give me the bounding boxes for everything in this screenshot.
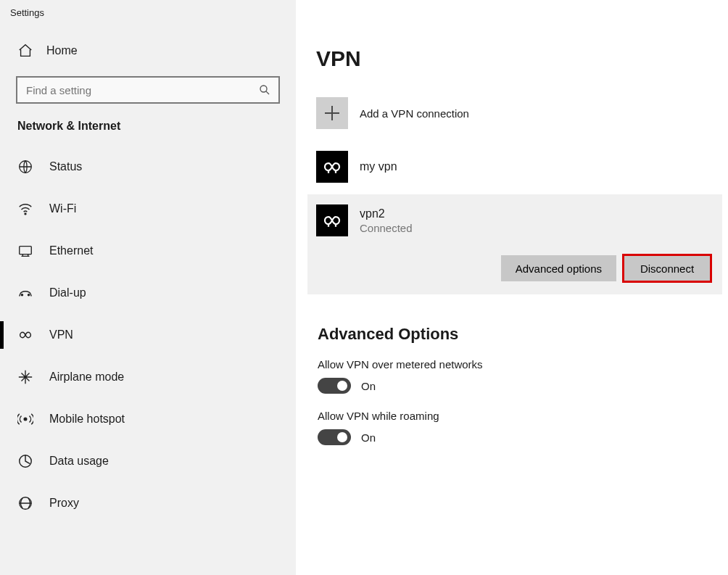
vpn-connection-status: Connected bbox=[360, 222, 413, 234]
vpn-connection-name: vpn2 bbox=[360, 207, 413, 220]
proxy-icon bbox=[17, 495, 33, 511]
home-button[interactable]: Home bbox=[0, 36, 296, 66]
disconnect-button[interactable]: Disconnect bbox=[624, 255, 711, 281]
add-vpn-label: Add a VPN connection bbox=[360, 107, 469, 120]
search-icon bbox=[258, 83, 271, 96]
nav-item-label: Airplane mode bbox=[49, 371, 124, 384]
nav-item-vpn[interactable]: VPN bbox=[0, 314, 296, 356]
plus-icon bbox=[316, 97, 348, 129]
nav-item-dialup[interactable]: Dial-up bbox=[0, 272, 296, 314]
nav-item-datausage[interactable]: Data usage bbox=[0, 440, 296, 482]
vpn-connection-item[interactable]: my vpn bbox=[316, 144, 728, 190]
nav-item-status[interactable]: Status bbox=[0, 146, 296, 188]
nav-item-label: Status bbox=[49, 160, 82, 173]
search-box[interactable] bbox=[16, 76, 280, 104]
nav-item-ethernet[interactable]: Ethernet bbox=[0, 230, 296, 272]
toggle-label: Allow VPN while roaming bbox=[318, 410, 728, 422]
window-title: Settings bbox=[0, 3, 296, 36]
vpn-connection-icon bbox=[316, 151, 348, 183]
dialup-icon bbox=[17, 285, 33, 301]
toggle-label: Allow VPN over metered networks bbox=[318, 358, 728, 371]
svg-point-2 bbox=[25, 213, 26, 215]
nav-item-label: VPN bbox=[49, 328, 73, 342]
home-icon bbox=[17, 43, 33, 59]
settings-sidebar: Settings Home Network & Internet Status bbox=[0, 0, 296, 575]
toggle-state: On bbox=[361, 431, 376, 444]
nav-item-wifi[interactable]: Wi-Fi bbox=[0, 188, 296, 230]
airplane-icon bbox=[17, 369, 33, 385]
nav-list: Status Wi-Fi Ethernet Dial-up bbox=[0, 146, 296, 524]
nav-item-label: Proxy bbox=[49, 497, 79, 510]
main-panel: VPN Add a VPN connection my vpn bbox=[296, 0, 728, 575]
globe-icon bbox=[17, 159, 33, 175]
svg-point-4 bbox=[21, 294, 22, 296]
advanced-options-button[interactable]: Advanced options bbox=[501, 255, 616, 281]
nav-item-label: Ethernet bbox=[49, 244, 93, 257]
toggle-switch[interactable] bbox=[318, 378, 351, 394]
advanced-options-heading: Advanced Options bbox=[318, 325, 728, 344]
nav-item-hotspot[interactable]: Mobile hotspot bbox=[0, 398, 296, 440]
toggle-state: On bbox=[361, 380, 376, 392]
category-label: Network & Internet bbox=[0, 120, 296, 146]
svg-point-0 bbox=[260, 86, 267, 92]
page-title: VPN bbox=[316, 46, 728, 71]
nav-item-label: Data usage bbox=[49, 455, 109, 468]
vpn-connection-name: my vpn bbox=[360, 160, 397, 173]
home-label: Home bbox=[46, 44, 78, 57]
nav-item-label: Dial-up bbox=[49, 286, 86, 299]
toggle-vpn-roaming: Allow VPN while roaming On bbox=[318, 410, 728, 445]
nav-item-label: Mobile hotspot bbox=[49, 413, 125, 426]
vpn-icon bbox=[17, 327, 33, 343]
nav-item-label: Wi-Fi bbox=[49, 202, 76, 215]
toggle-vpn-metered: Allow VPN over metered networks On bbox=[318, 358, 728, 394]
toggle-switch[interactable] bbox=[318, 429, 351, 445]
svg-rect-3 bbox=[20, 247, 32, 255]
nav-item-airplane[interactable]: Airplane mode bbox=[0, 356, 296, 398]
wifi-icon bbox=[17, 201, 33, 217]
vpn-selected-panel: vpn2 Connected Advanced options Disconne… bbox=[307, 194, 722, 294]
search-input[interactable] bbox=[25, 83, 258, 97]
svg-point-6 bbox=[24, 418, 27, 421]
vpn-connection-item-selected[interactable]: vpn2 Connected bbox=[316, 203, 711, 255]
add-vpn-button[interactable]: Add a VPN connection bbox=[316, 96, 728, 144]
hotspot-icon bbox=[17, 411, 33, 427]
nav-item-proxy[interactable]: Proxy bbox=[0, 482, 296, 524]
svg-point-5 bbox=[28, 294, 29, 296]
vpn-connection-icon bbox=[316, 204, 348, 236]
datausage-icon bbox=[17, 453, 33, 469]
ethernet-icon bbox=[17, 243, 33, 259]
